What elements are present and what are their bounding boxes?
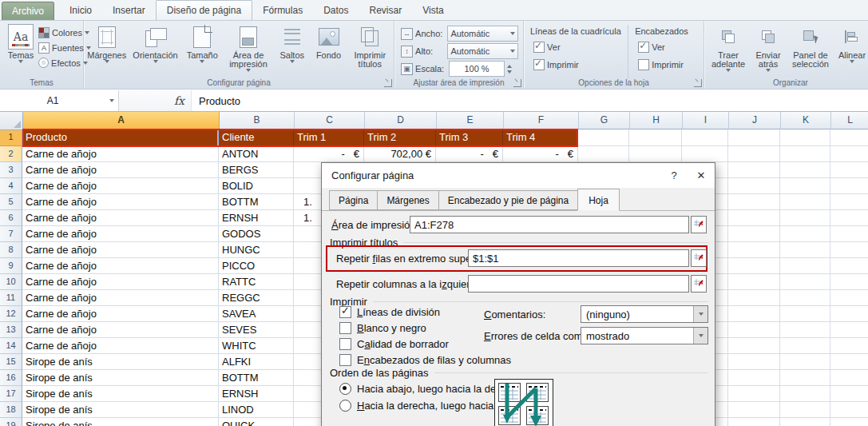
cell-B1[interactable]: Cliente — [219, 129, 294, 146]
cell-K10[interactable] — [780, 274, 830, 290]
alinear-button[interactable]: Alinear — [834, 23, 868, 78]
cell-H2[interactable] — [629, 146, 682, 162]
margenes-button[interactable]: Márgenes — [85, 23, 129, 78]
cell-L19[interactable] — [830, 418, 868, 426]
escala-spin-down[interactable] — [507, 70, 512, 74]
cell-A7[interactable]: Carne de añojo — [22, 226, 219, 242]
fondo-button[interactable]: Fondo — [311, 23, 347, 78]
chevron-down-icon[interactable] — [693, 306, 707, 322]
escala-spin-up[interactable] — [507, 65, 512, 68]
tab-revisar[interactable]: Revisar — [359, 1, 413, 20]
cell-A14[interactable]: Carne de añojo — [22, 338, 219, 354]
dialog-tab-pagina[interactable]: Página — [329, 190, 378, 210]
cell-K17[interactable] — [780, 386, 830, 402]
dialog-close-button[interactable]: ✕ — [688, 163, 715, 188]
cell-K16[interactable] — [780, 370, 830, 386]
cell-L15[interactable] — [830, 354, 868, 370]
cell-A5[interactable]: Carne de añojo — [22, 194, 219, 210]
column-header-H[interactable]: H — [630, 112, 683, 129]
column-header-K[interactable]: K — [781, 112, 831, 129]
row-header-6[interactable]: 6 — [0, 210, 22, 226]
cell-L8[interactable] — [830, 242, 868, 258]
column-header-A[interactable]: A — [23, 112, 220, 129]
cell-A17[interactable]: Sirope de anís — [22, 386, 219, 402]
area-de-impresion-button[interactable]: Área de impresión — [224, 23, 273, 78]
cell-K6[interactable] — [780, 210, 830, 226]
tab-archivo[interactable]: Archivo — [2, 2, 54, 20]
row-header-10[interactable]: 10 — [0, 274, 22, 290]
cell-B9[interactable]: PICCO — [219, 258, 294, 274]
repeat-rows-collapse-button[interactable] — [691, 249, 707, 267]
column-header-C[interactable]: C — [295, 112, 365, 129]
cell-B2[interactable]: ANTON — [219, 146, 294, 162]
cell-A16[interactable]: Sirope de anís — [22, 370, 219, 386]
cell-A19[interactable]: Sirope de anís — [22, 418, 219, 426]
gridlines-checkbox[interactable]: Líneas de división — [339, 305, 440, 318]
cell-I1[interactable] — [682, 129, 728, 146]
imprimir-titulos-button[interactable]: Imprimir títulos — [347, 23, 392, 78]
row-column-headings-checkbox[interactable]: Encabezados de filas y columnas — [339, 353, 511, 366]
enviar-atras-button[interactable]: Enviar atrás — [749, 23, 787, 78]
cell-K8[interactable] — [780, 242, 830, 258]
select-all-corner[interactable] — [0, 112, 23, 130]
cell-J4[interactable] — [728, 178, 780, 194]
column-header-F[interactable]: F — [504, 112, 579, 129]
column-header-I[interactable]: I — [683, 112, 729, 129]
cell-L1[interactable] — [830, 129, 868, 146]
traer-adelante-button[interactable]: Traer adelante — [707, 23, 749, 78]
cell-B7[interactable]: GODOS — [219, 226, 294, 242]
cell-K15[interactable] — [780, 354, 830, 370]
fuentes-button[interactable]: A Fuentes — [38, 40, 91, 55]
cell-J17[interactable] — [728, 386, 780, 402]
cell-A13[interactable]: Carne de añojo — [22, 322, 219, 338]
cell-J18[interactable] — [728, 402, 780, 418]
cell-E2[interactable]: - € — [436, 146, 503, 162]
cell-B10[interactable]: RATTC — [219, 274, 294, 290]
cell-J1[interactable] — [728, 129, 780, 146]
cell-L14[interactable] — [830, 338, 868, 354]
cell-A15[interactable]: Sirope de anís — [22, 354, 219, 370]
cell-K12[interactable] — [780, 306, 830, 322]
draft-quality-checkbox[interactable]: Calidad de borrador — [339, 337, 449, 350]
cell-B4[interactable]: BOLID — [219, 178, 294, 194]
cell-L12[interactable] — [830, 306, 868, 322]
cell-L4[interactable] — [830, 178, 868, 194]
cell-K4[interactable] — [780, 178, 830, 194]
row-header-7[interactable]: 7 — [0, 226, 22, 242]
cell-J13[interactable] — [728, 322, 780, 338]
cell-E1[interactable]: Trim 3 — [436, 129, 503, 146]
tab-diseno-de-pagina[interactable]: Diseño de página — [156, 0, 252, 20]
cell-L18[interactable] — [830, 402, 868, 418]
cell-J8[interactable] — [728, 242, 780, 258]
cell-B5[interactable]: BOTTM — [219, 194, 294, 210]
cell-B13[interactable]: SEVES — [219, 322, 294, 338]
cell-B14[interactable]: WHITC — [219, 338, 294, 354]
cell-G1[interactable] — [578, 129, 629, 146]
cell-K2[interactable] — [780, 146, 830, 162]
cell-D1[interactable]: Trim 2 — [364, 129, 436, 146]
comments-dropdown[interactable]: (ninguno) — [581, 305, 708, 323]
name-box[interactable]: A1 — [0, 90, 119, 111]
cell-L5[interactable] — [830, 194, 868, 210]
row-header-15[interactable]: 15 — [0, 354, 22, 370]
cell-A8[interactable]: Carne de añojo — [22, 242, 219, 258]
cell-K7[interactable] — [780, 226, 830, 242]
cell-L7[interactable] — [830, 226, 868, 242]
cell-A2[interactable]: Carne de añojo — [22, 146, 219, 162]
column-header-J[interactable]: J — [729, 112, 781, 129]
cell-H1[interactable] — [629, 129, 682, 146]
cell-B6[interactable]: ERNSH — [219, 210, 294, 226]
cell-K1[interactable] — [780, 129, 830, 146]
tab-vista[interactable]: Vista — [412, 1, 454, 20]
cell-K19[interactable] — [780, 418, 830, 426]
column-header-B[interactable]: B — [220, 112, 295, 129]
cell-K5[interactable] — [780, 194, 830, 210]
panel-de-seleccion-button[interactable]: Panel de selección — [787, 23, 834, 78]
row-header-5[interactable]: 5 — [0, 194, 22, 210]
chevron-down-icon[interactable] — [693, 328, 707, 344]
formula-input[interactable]: Producto — [192, 90, 868, 111]
tab-datos[interactable]: Datos — [313, 1, 359, 20]
cell-B16[interactable]: BOTTM — [219, 370, 294, 386]
cell-K18[interactable] — [780, 402, 830, 418]
row-header-11[interactable]: 11 — [0, 290, 22, 306]
